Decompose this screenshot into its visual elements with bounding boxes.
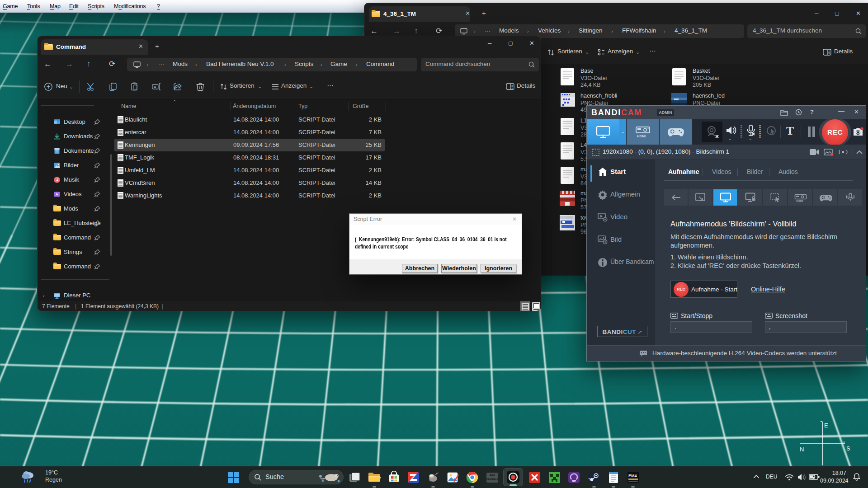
- svg-text:A: A: [154, 85, 156, 89]
- svg-text:HDMI: HDMI: [637, 134, 646, 138]
- svg-text:HDMI: HDMI: [796, 199, 803, 202]
- svg-text:EM4: EM4: [628, 474, 637, 478]
- svg-text:S: S: [846, 445, 850, 452]
- svg-text:E: E: [824, 422, 828, 429]
- svg-text:N: N: [800, 446, 804, 453]
